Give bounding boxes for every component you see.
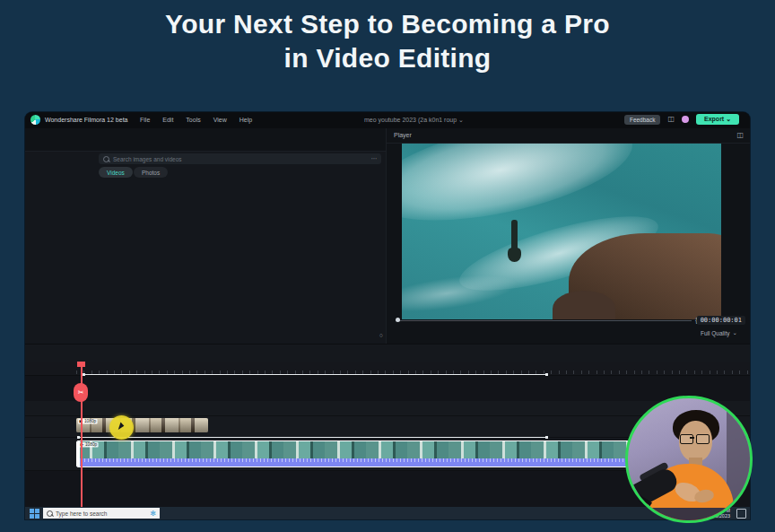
search-placeholder: Search images and videos — [113, 156, 182, 162]
glasses — [680, 434, 693, 444]
taskbar-search-placeholder: Type here to search — [56, 510, 107, 517]
detach-player-icon[interactable]: ◫ — [736, 131, 744, 139]
account-avatar[interactable] — [682, 116, 689, 123]
menu-view[interactable]: View — [213, 117, 227, 123]
mouse-cursor-icon — [118, 422, 126, 431]
chevron-down-icon: ⌄ — [733, 329, 737, 336]
stock-media-panel: Search images and videos ⋯ Videos Photos… — [94, 152, 386, 344]
export-button[interactable]: Export ⌄ — [696, 114, 739, 125]
quality-dropdown[interactable]: Full Quality ⌄ — [701, 329, 737, 336]
track-lane-3[interactable] — [25, 401, 750, 416]
mouse-click-highlight — [109, 415, 134, 440]
clip-extent-line — [77, 437, 548, 438]
stock-sources-sidebar — [25, 152, 95, 344]
more-options-icon[interactable]: ⋯ — [371, 155, 378, 162]
search-highlight-icon: ✻ — [150, 510, 156, 518]
playback-timecode: 00:00:00:01 — [697, 316, 745, 325]
person-silhouette — [508, 248, 521, 262]
filmora-logo-icon — [30, 115, 40, 125]
help-icon[interactable]: ○ — [379, 332, 383, 338]
trim-handle-left[interactable] — [77, 441, 80, 467]
page-title-line1: Your Next Step to Becoming a Pro — [0, 7, 775, 41]
search-input[interactable]: Search images and videos ⋯ — [99, 153, 381, 164]
stock-video-grid — [99, 181, 384, 343]
page-title: Your Next Step to Becoming a Pro in Vide… — [0, 7, 775, 76]
wave-foam — [402, 268, 520, 318]
titlebar: Wondershare Filmora 12 beta FileEditTool… — [25, 112, 750, 128]
player-panel: Player ◫ { } 00:00:00:01 Full Q — [386, 128, 750, 344]
project-name[interactable]: meo youtube 2023 (2a k0n1 roup ⌄ — [364, 117, 464, 124]
scrubber-track — [396, 320, 692, 321]
feedback-button[interactable]: Feedback — [624, 115, 661, 125]
glasses — [696, 434, 710, 444]
glasses-bridge — [690, 437, 694, 439]
page-title-line2: in Video Editing — [0, 41, 775, 75]
player-header: Player ◫ — [387, 128, 750, 144]
notification-center-icon[interactable] — [736, 509, 746, 519]
app-name: Wondershare Filmora 12 beta — [45, 117, 127, 123]
menu-help[interactable]: Help — [239, 117, 252, 123]
titlebar-actions: Feedback ◫ Export ⌄ — [624, 114, 746, 125]
scissors-icon: ✂ — [78, 388, 84, 397]
rock — [553, 291, 615, 319]
search-icon — [103, 156, 109, 162]
presenter-webcam — [625, 396, 753, 523]
taskbar-search-input[interactable]: Type here to search ✻ — [43, 508, 160, 519]
timeline-clip-overlay[interactable]: ▶ 1080p — [76, 418, 208, 432]
filter-videos[interactable]: Videos — [99, 167, 133, 178]
timeline-toolbar — [25, 344, 750, 362]
page: Your Next Step to Becoming a Pro in Vide… — [0, 0, 775, 532]
scrubber-handle[interactable] — [396, 318, 400, 322]
start-button[interactable] — [29, 508, 40, 519]
menu-file[interactable]: File — [140, 117, 150, 123]
filter-photos[interactable]: Photos — [134, 167, 168, 178]
preview-scrubber[interactable] — [396, 319, 692, 322]
playhead-split-handle[interactable]: ✂ — [74, 383, 88, 402]
player-title: Player — [394, 132, 412, 138]
media-tabbar — [25, 128, 386, 152]
chevron-down-icon: ⌄ — [458, 117, 464, 123]
player-right-controls: Full Quality ⌄ — [701, 329, 745, 336]
preview-video[interactable] — [402, 144, 721, 319]
menubar: FileEditToolsViewHelp — [140, 117, 252, 123]
menu-edit[interactable]: Edit — [162, 117, 173, 123]
search-icon — [47, 510, 53, 517]
menu-tools[interactable]: Tools — [186, 117, 200, 123]
clip-range-indicator — [83, 374, 548, 375]
windows-taskbar: Type here to search ✻ ☁ 28°C PM 1/18/202… — [25, 507, 750, 519]
